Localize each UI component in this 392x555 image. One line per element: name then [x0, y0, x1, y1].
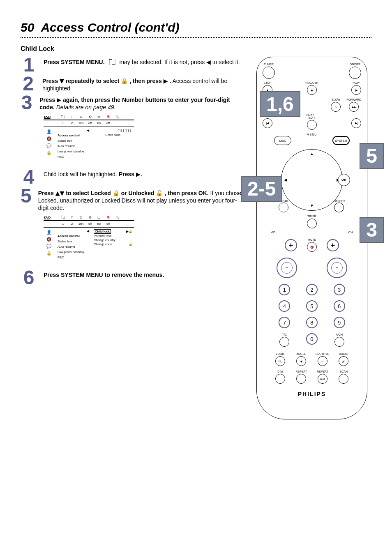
system-menu-button[interactable]: SYSTEM	[332, 136, 350, 145]
rec-button[interactable]: ◉	[307, 85, 317, 95]
zoom-button[interactable]: 🔍	[275, 356, 285, 366]
ch-down-button[interactable]: −	[327, 258, 347, 278]
step-bold: or Unlocked	[120, 190, 156, 196]
remote-label: VOL	[271, 231, 277, 234]
dim-button[interactable]	[275, 374, 285, 384]
osd-menu-item: PBC	[57, 154, 89, 159]
num-6-button[interactable]: 6	[334, 300, 345, 312]
clear-button[interactable]	[279, 203, 288, 212]
step-body: Press ▼ repeatedly to select 🔒 , then pr…	[42, 76, 242, 92]
vol-up-button[interactable]: +	[285, 239, 297, 251]
osd-top-icon: ⚙	[85, 115, 95, 119]
left-arrow-icon: ◀	[206, 59, 211, 65]
step-4: 4 Child lock will be highlighted. Press …	[21, 169, 242, 185]
vol-down-button[interactable]: −	[277, 258, 297, 278]
osd-left-icon: 💬	[46, 244, 51, 249]
step-bold: , then press	[128, 78, 163, 84]
ach-button[interactable]	[334, 337, 344, 347]
osd-menu-item: Low power standby	[57, 149, 89, 154]
repeat-button[interactable]	[296, 374, 306, 384]
osd-menu-item: Status box	[57, 239, 89, 244]
step-bold: Press SYSTEM MENU to remove the menus.	[44, 272, 164, 278]
remote-label: SLOW	[332, 98, 340, 101]
remote-label: REC/OTR	[305, 81, 318, 84]
step-body: Child lock will be highlighted. Press ▶.	[44, 169, 142, 178]
remote-label: REPEAT	[296, 370, 307, 373]
osd-dvd-logo: DVD	[44, 216, 51, 219]
tuner-button[interactable]	[263, 67, 275, 79]
step-text: to select it.	[212, 59, 240, 65]
osd-menu-item: PBC	[57, 255, 89, 260]
num-0-button[interactable]: 0	[306, 333, 318, 345]
edit-button[interactable]	[307, 120, 317, 130]
osd-top-icon: C	[76, 115, 85, 119]
timer-button[interactable]	[307, 219, 317, 228]
prev-button[interactable]: |◀	[263, 118, 272, 128]
step-bold: .	[168, 78, 171, 84]
nav-up-icon[interactable]: ▲	[310, 152, 314, 156]
num-2-button[interactable]: 2	[306, 284, 318, 295]
step-bold: , then press OK.	[163, 190, 208, 196]
num-9-button[interactable]: 9	[334, 317, 345, 328]
osd-left-icon: 🔒	[46, 251, 51, 256]
slow-button[interactable]: ▷	[331, 102, 341, 112]
remote-label: PLAY	[353, 81, 360, 84]
num-8-button[interactable]: 8	[306, 317, 318, 328]
osd-diagram-1: DVD ⎾⏌ T C ⚙ ▭ 🎈 🔍 1 2 1en off no off	[44, 114, 134, 161]
osd-left-icon: 🔇	[46, 237, 51, 242]
remote-column: TUNER ON/OFF STOP■ REC/OTR◉ PLAY▶ SLOW▷ …	[252, 57, 371, 419]
onoff-button[interactable]	[349, 67, 361, 79]
step-text: may be selected. If it is not, press	[119, 59, 206, 65]
remote-label: FORWARD	[346, 98, 361, 101]
osd-top-icon: ▭	[95, 115, 104, 119]
title-divider	[21, 37, 371, 38]
scan-button[interactable]	[339, 374, 348, 384]
disc-menu-button[interactable]: DISC	[274, 136, 291, 145]
num-3-button[interactable]: 3	[334, 284, 345, 295]
osd-top-icon: ⎾⏌	[58, 115, 67, 119]
step-body: Press ▲▼ to select Locked 🔒 or Unlocked …	[38, 188, 242, 212]
osd-top-icon: ▭	[95, 216, 104, 219]
step-bold: Press	[38, 190, 55, 196]
osd-submenu-item: Change country	[94, 238, 115, 242]
nav-left-icon[interactable]: ◀	[284, 178, 287, 182]
lock-icon: 🔒	[129, 242, 132, 246]
play-button[interactable]: ▶	[351, 85, 361, 95]
angle-button[interactable]: ◈	[296, 356, 306, 366]
select-button[interactable]	[334, 203, 344, 212]
unlocked-icon: 🔓	[156, 190, 163, 196]
remote-label: A/CH	[336, 333, 343, 336]
locked-icon: 🔒	[113, 190, 120, 196]
lock-state-icon: ▶🔒	[126, 230, 132, 233]
forward-button[interactable]: ▶▶	[349, 102, 359, 112]
ch-up-button[interactable]: +	[327, 239, 339, 251]
remote-label: MENU	[307, 133, 317, 136]
remote-label: SCAN	[340, 370, 348, 373]
num-7-button[interactable]: 7	[279, 317, 290, 328]
step-3: 3 Press ▶ again, then press the Number b…	[21, 94, 242, 111]
repeat-ab-button[interactable]: A-B	[318, 374, 327, 384]
tc-button[interactable]	[279, 337, 289, 347]
osd-row2: off	[85, 222, 95, 226]
num-5-button[interactable]: 5	[306, 300, 318, 312]
nav-pad[interactable]: ▲ ▼ ◀ ▶ OK CLEAR SELECT	[281, 149, 343, 211]
num-1-button[interactable]: 1	[279, 284, 290, 295]
osd-menu-item: Auto resume	[57, 144, 89, 148]
page-title: Access Control (cont'd)	[41, 21, 179, 35]
osd-top-icon: T	[67, 216, 76, 219]
step-6: 6 Press SYSTEM MENU to remove the menus.	[21, 269, 242, 286]
nav-down-icon[interactable]: ▼	[310, 204, 314, 208]
next-button[interactable]: ▶|	[351, 118, 361, 128]
subtitle-button[interactable]: ▭	[318, 356, 327, 366]
ok-button[interactable]: OK	[338, 174, 350, 186]
toolbar-icon: ⎾⏌	[106, 59, 118, 65]
mute-button[interactable]: 🔇	[307, 242, 317, 252]
osd-left-icon: 👤	[46, 230, 51, 235]
osd-left-icon: 💬	[46, 143, 51, 148]
osd-menu-item: Low power standby	[57, 250, 89, 254]
osd-row2: 1en	[76, 222, 85, 226]
remote-label: STOP	[264, 81, 272, 84]
audio-button[interactable]: 🔊	[339, 356, 348, 366]
osd-dvd-logo: DVD	[44, 115, 51, 119]
num-4-button[interactable]: 4	[279, 300, 290, 312]
